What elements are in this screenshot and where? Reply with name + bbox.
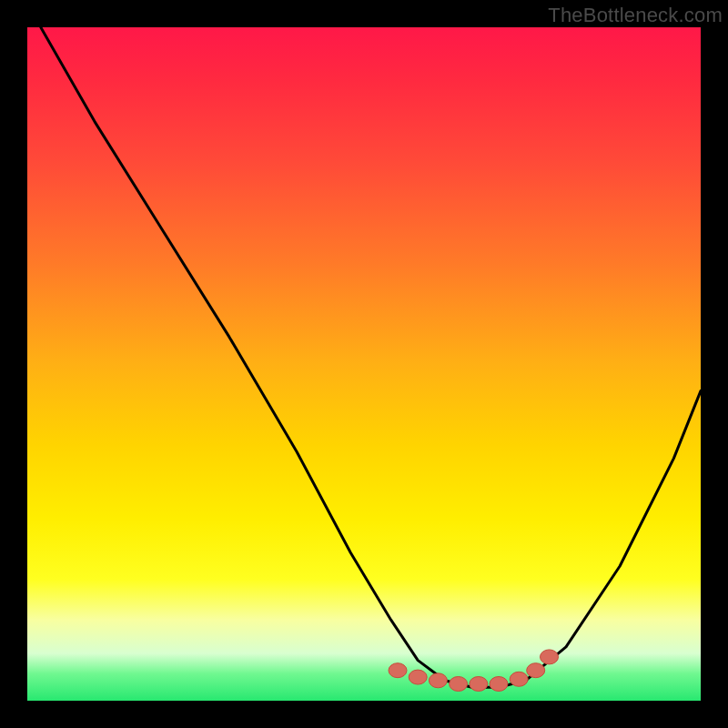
flat-region-point	[527, 663, 545, 678]
flat-region-point	[470, 677, 488, 692]
plot-svg	[27, 27, 701, 701]
flat-region-point	[490, 677, 508, 692]
watermark-text: TheBottleneck.com	[548, 4, 723, 27]
flat-region-point	[450, 677, 468, 692]
flat-region-point	[409, 670, 427, 684]
plot-area	[27, 27, 701, 701]
chart-frame: TheBottleneck.com	[0, 0, 728, 728]
flat-region-point	[389, 663, 407, 678]
flat-region-point	[541, 650, 559, 664]
flat-region-point	[429, 673, 447, 688]
bottleneck-curve	[41, 27, 701, 687]
flat-region-point	[510, 672, 528, 686]
